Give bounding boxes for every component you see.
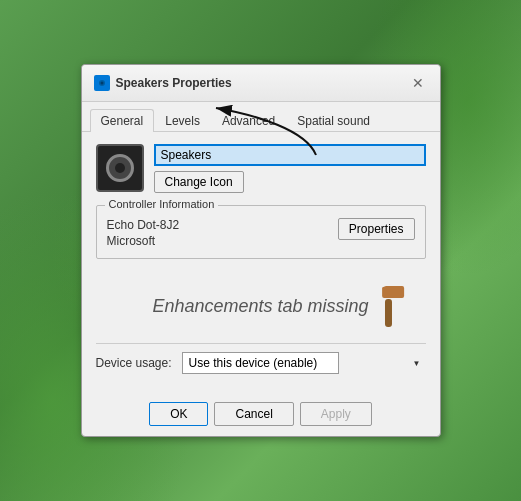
device-row: Change Icon (96, 144, 426, 193)
device-controls: Change Icon (154, 144, 426, 193)
message-area: Enhancements tab missing (96, 269, 426, 339)
speakers-properties-dialog: Speakers Properties ✕ General Levels Adv… (81, 64, 441, 437)
title-bar-left: Speakers Properties (94, 75, 232, 91)
apply-button[interactable]: Apply (300, 402, 372, 426)
app-icon (94, 75, 110, 91)
speaker-device-icon (96, 144, 144, 192)
dialog-content: Change Icon Controller Information Echo … (82, 132, 440, 396)
svg-rect-5 (384, 299, 391, 327)
controller-info-section: Controller Information Echo Dot-8J2 Micr… (96, 205, 426, 259)
close-button[interactable]: ✕ (408, 73, 428, 93)
tab-spatial-sound[interactable]: Spatial sound (286, 109, 381, 132)
tab-advanced[interactable]: Advanced (211, 109, 286, 132)
device-usage-row: Device usage: Use this device (enable) (96, 343, 426, 384)
controller-row: Echo Dot-8J2 Microsoft Properties (107, 218, 415, 248)
section-label: Controller Information (105, 198, 219, 210)
device-usage-label: Device usage: (96, 356, 172, 370)
device-name-input[interactable] (154, 144, 426, 166)
speaker-inner (115, 163, 125, 173)
svg-rect-4 (382, 286, 404, 298)
speaker-circle (106, 154, 134, 182)
controller-item-1: Microsoft (107, 234, 180, 248)
properties-button[interactable]: Properties (338, 218, 415, 240)
title-bar: Speakers Properties ✕ (82, 65, 440, 102)
change-icon-button[interactable]: Change Icon (154, 171, 244, 193)
svg-point-2 (100, 82, 103, 85)
device-usage-select[interactable]: Use this device (enable) (182, 352, 339, 374)
controller-list: Echo Dot-8J2 Microsoft (107, 218, 180, 248)
tab-general[interactable]: General (90, 109, 155, 132)
hammer-icon (363, 279, 424, 345)
tab-levels[interactable]: Levels (154, 109, 211, 132)
device-usage-select-wrapper: Use this device (enable) (182, 352, 426, 374)
enhancements-message: Enhancements tab missing (152, 296, 368, 317)
cancel-button[interactable]: Cancel (214, 402, 293, 426)
tab-bar: General Levels Advanced Spatial sound (82, 102, 440, 132)
controller-item-0: Echo Dot-8J2 (107, 218, 180, 232)
dialog-title: Speakers Properties (116, 76, 232, 90)
dialog-buttons: OK Cancel Apply (82, 396, 440, 436)
ok-button[interactable]: OK (149, 402, 208, 426)
